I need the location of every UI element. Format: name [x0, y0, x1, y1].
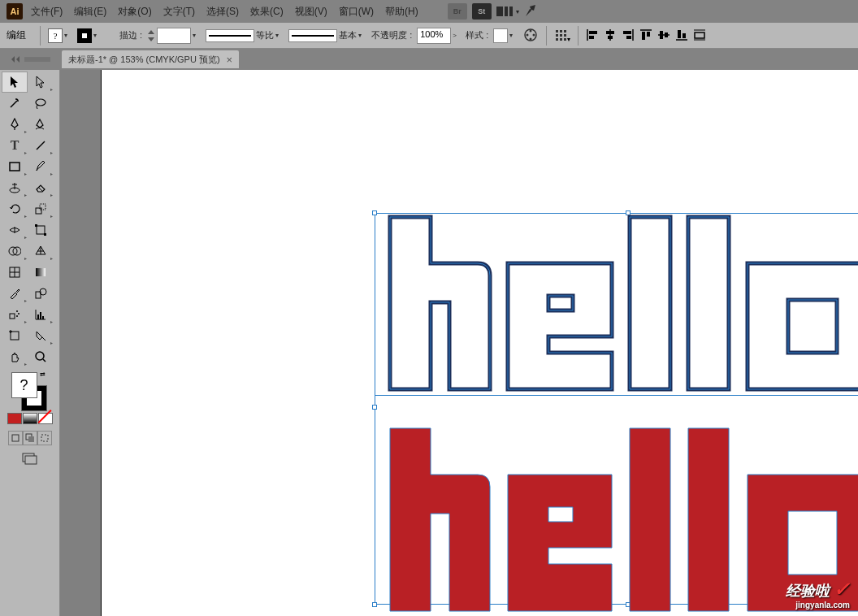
menu-window[interactable]: 窗口(W)	[336, 3, 377, 20]
mesh-tool[interactable]	[2, 262, 28, 283]
align-left-icon[interactable]	[586, 28, 599, 43]
draw-inside[interactable]	[37, 431, 52, 445]
fill-control[interactable]: ▾	[48, 28, 72, 43]
symbol-sprayer-tool[interactable]: ▸	[2, 304, 28, 325]
draw-modes	[8, 431, 52, 445]
line-tool[interactable]: ▸	[28, 135, 54, 156]
eraser-tool[interactable]: ▸	[28, 177, 54, 198]
fill-swatch[interactable]	[48, 28, 63, 43]
slice-tool[interactable]: ▸	[28, 325, 54, 346]
shape-builder-tool[interactable]: ▸	[2, 241, 28, 262]
profile-control[interactable]: 等比 ▾	[206, 29, 284, 42]
stroke-control[interactable]: ▾	[77, 28, 102, 43]
bridge-icon[interactable]: Br	[448, 3, 467, 20]
cc-search-icon[interactable]	[524, 3, 539, 20]
opacity-control[interactable]: 100% >	[417, 28, 461, 44]
stroke-weight-field[interactable]	[157, 28, 191, 44]
selection-handle[interactable]	[372, 210, 377, 215]
style-label: 样式 :	[466, 29, 488, 41]
svg-rect-49	[37, 226, 45, 234]
stroke-weight-input[interactable]: ▾	[147, 28, 201, 44]
perspective-tool[interactable]: ▸	[28, 241, 54, 262]
artboard-tool[interactable]	[2, 325, 28, 346]
chevron-down-icon[interactable]: >	[453, 32, 461, 39]
chevron-down-icon[interactable]: ▾	[509, 32, 518, 39]
lasso-tool[interactable]	[28, 93, 54, 114]
swatch-none[interactable]	[38, 413, 53, 424]
brush-control[interactable]: 基本 ▾	[288, 29, 366, 42]
arrange-docs-icon[interactable]: ▾	[496, 5, 519, 18]
hello-outline-text[interactable]	[386, 215, 858, 393]
scale-tool[interactable]: ▸	[28, 198, 54, 219]
shaper-tool[interactable]: ▸	[2, 177, 28, 198]
recolor-icon[interactable]	[522, 27, 539, 45]
free-transform-tool[interactable]	[28, 219, 54, 241]
chevron-down-icon[interactable]: ▾	[358, 32, 366, 39]
chevron-down-icon[interactable]: ▾	[193, 32, 201, 39]
blend-tool[interactable]	[28, 283, 54, 304]
menu-effect[interactable]: 效果(C)	[247, 3, 287, 20]
paintbrush-tool[interactable]: ▸	[28, 156, 54, 177]
svg-line-42	[37, 141, 45, 150]
style-swatch[interactable]	[493, 28, 508, 43]
selection-tool[interactable]	[2, 72, 28, 93]
rectangle-tool[interactable]: ▸	[2, 156, 28, 177]
direct-selection-tool[interactable]: ▸	[28, 72, 54, 93]
draw-behind[interactable]	[23, 431, 37, 445]
menu-type[interactable]: 文字(T)	[160, 3, 198, 20]
zoom-tool[interactable]	[28, 346, 54, 367]
type-tool[interactable]: T▸	[2, 135, 28, 156]
separator	[546, 26, 547, 46]
swatch-gradient[interactable]	[23, 413, 37, 424]
hand-tool[interactable]: ▸	[2, 346, 28, 367]
chevron-down-icon[interactable]: ▾	[275, 32, 284, 39]
menu-file[interactable]: 文件(F)	[28, 3, 66, 20]
svg-rect-77	[28, 436, 34, 442]
selection-divider	[375, 395, 858, 396]
selection-handle[interactable]	[372, 602, 377, 607]
style-control[interactable]: ▾	[493, 28, 518, 43]
transform-icon[interactable]	[693, 28, 706, 43]
align-to-icon[interactable]: ▾	[554, 28, 570, 43]
opacity-field[interactable]: 100%	[417, 28, 451, 44]
close-tab-icon[interactable]: ×	[227, 54, 233, 66]
menu-object[interactable]: 对象(O)	[115, 3, 154, 20]
svg-rect-66	[37, 315, 39, 319]
document-tab[interactable]: 未标题-1* @ 153% (CMYK/GPU 预览) ×	[62, 50, 239, 68]
separator	[40, 26, 41, 46]
menu-help[interactable]: 帮助(H)	[382, 3, 422, 20]
canvas-area[interactable]	[60, 70, 858, 616]
svg-rect-34	[682, 33, 686, 38]
align-center-h-icon[interactable]	[604, 28, 617, 43]
swatch-red[interactable]	[7, 413, 22, 424]
curvature-tool[interactable]	[28, 114, 54, 135]
stroke-swatch[interactable]	[77, 28, 92, 43]
align-bottom-icon[interactable]	[675, 28, 688, 43]
fill-color-box[interactable]: ?	[11, 372, 37, 398]
screen-mode-icon[interactable]	[21, 452, 39, 468]
graph-tool[interactable]: ▸	[28, 304, 54, 325]
width-tool[interactable]: ▸	[2, 219, 28, 241]
menu-edit[interactable]: 编辑(E)	[71, 3, 110, 20]
fill-stroke-indicator[interactable]: ? ⇄	[10, 371, 50, 411]
eyedropper-tool[interactable]: ▸	[2, 283, 28, 304]
svg-rect-67	[40, 312, 41, 319]
gradient-tool[interactable]	[28, 262, 54, 283]
rotate-tool[interactable]: ▸	[2, 198, 28, 219]
magic-wand-tool[interactable]	[2, 93, 28, 114]
align-top-icon[interactable]	[639, 28, 652, 43]
align-right-icon[interactable]	[622, 28, 635, 43]
chevron-down-icon[interactable]: ▾	[93, 32, 102, 39]
menu-view[interactable]: 视图(V)	[292, 3, 331, 20]
svg-rect-69	[11, 332, 19, 340]
draw-normal[interactable]	[8, 431, 23, 445]
chevron-down-icon[interactable]: ▾	[64, 32, 72, 39]
menu-select[interactable]: 选择(S)	[203, 3, 242, 20]
pen-tool[interactable]: ▸	[2, 114, 28, 135]
artboard[interactable]	[101, 70, 858, 616]
panel-collapse-toggle[interactable]	[0, 49, 60, 70]
align-center-v-icon[interactable]	[657, 28, 670, 43]
selection-handle[interactable]	[372, 405, 377, 410]
stock-icon[interactable]: St	[472, 3, 492, 20]
swap-fill-stroke-icon[interactable]: ⇄	[40, 371, 46, 378]
